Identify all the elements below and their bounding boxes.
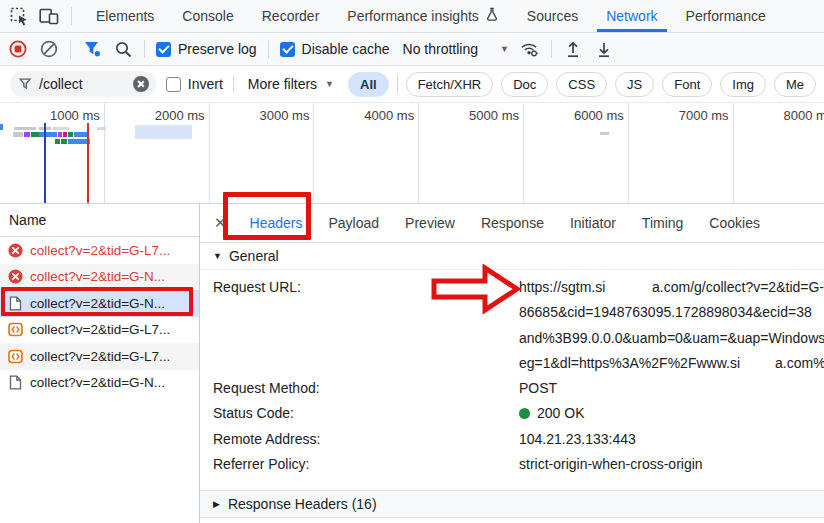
request-url-line: and%3B99.0.0.0&uamb=0&uam=&uap=Windows bbox=[519, 326, 824, 351]
resource-type-filter-chip[interactable]: JS bbox=[615, 72, 654, 97]
overview-time-column[interactable]: 7000 ms bbox=[629, 103, 734, 203]
overview-time-column[interactable]: 8000 ms bbox=[734, 103, 824, 203]
chevron-down-icon: ▼ bbox=[500, 44, 509, 54]
devtools-panel-tab[interactable]: Network bbox=[592, 0, 671, 32]
resource-type-filter-chip[interactable]: CSS bbox=[556, 72, 607, 97]
field-label: Referrer Policy: bbox=[200, 452, 519, 477]
invert-checkbox[interactable]: Invert bbox=[166, 76, 223, 92]
waterfall-bar bbox=[13, 132, 23, 137]
request-detail-tab[interactable]: Headers bbox=[237, 204, 316, 242]
throttling-value: No throttling bbox=[403, 41, 478, 57]
devtools-panel-tab[interactable]: Performance insights bbox=[333, 0, 513, 32]
resource-type-filter-chip[interactable]: Doc bbox=[501, 72, 548, 97]
waterfall-bar bbox=[68, 132, 73, 137]
filter-input-value: /collect bbox=[39, 76, 126, 92]
resource-type-filter-chip[interactable]: Me bbox=[774, 72, 816, 97]
triangle-right-icon: ▶ bbox=[213, 499, 220, 509]
chip-label: Font bbox=[674, 77, 700, 92]
request-detail-tab[interactable]: Cookies bbox=[696, 204, 773, 242]
network-conditions-icon[interactable] bbox=[520, 39, 540, 59]
resource-type-filter-chip[interactable]: Fetch/XHR bbox=[406, 72, 494, 97]
devtools-panel-tab[interactable]: Performance bbox=[672, 0, 780, 32]
preserve-log-checkbox[interactable]: Preserve log bbox=[156, 41, 257, 57]
inspect-icon[interactable] bbox=[9, 6, 29, 26]
export-har-icon[interactable] bbox=[594, 39, 614, 59]
import-har-icon[interactable] bbox=[563, 39, 583, 59]
request-row[interactable]: collect?v=2&tid=G-L7... bbox=[0, 343, 199, 370]
device-toolbar-icon[interactable] bbox=[39, 6, 59, 26]
resource-type-filter-chip[interactable]: Img bbox=[720, 72, 766, 97]
more-filters-dropdown[interactable]: More filters ▼ bbox=[244, 76, 338, 92]
checkbox-checked-icon bbox=[156, 42, 171, 57]
field-value: https://sgtm.si a.com/g/collect?v=2&tid=… bbox=[519, 275, 824, 376]
divider bbox=[233, 75, 234, 93]
disable-cache-checkbox[interactable]: Disable cache bbox=[280, 41, 390, 57]
general-section-header[interactable]: ▼ General bbox=[200, 243, 824, 270]
overview-time-column[interactable]: 5000 ms bbox=[419, 103, 524, 203]
field-value: POST bbox=[519, 376, 824, 401]
clear-filter-icon[interactable] bbox=[133, 76, 149, 92]
close-icon[interactable]: ✕ bbox=[200, 204, 237, 242]
overview-time-column[interactable]: 2000 ms bbox=[105, 103, 210, 203]
divider bbox=[268, 40, 269, 58]
request-row[interactable]: collect?v=2&tid=G-N... bbox=[0, 290, 199, 317]
time-label: 5000 ms bbox=[469, 108, 519, 123]
overview-time-column[interactable]: 6000 ms bbox=[524, 103, 629, 203]
time-label: 7000 ms bbox=[679, 108, 729, 123]
response-headers-section-header[interactable]: ▶ Response Headers (16) bbox=[200, 490, 824, 518]
resource-type-filter-chip[interactable]: Font bbox=[662, 72, 712, 97]
chip-label: JS bbox=[627, 77, 642, 92]
name-column-header[interactable]: Name bbox=[0, 204, 199, 237]
devtools-panel-tab[interactable]: Recorder bbox=[248, 0, 334, 32]
request-row[interactable]: collect?v=2&tid=G-L7... bbox=[0, 317, 199, 344]
detail-tab-label: Preview bbox=[405, 215, 455, 231]
record-icon[interactable] bbox=[8, 39, 28, 59]
devtools-panel-tab[interactable]: Sources bbox=[513, 0, 592, 32]
filter-funnel-icon[interactable] bbox=[82, 39, 102, 59]
field-label: Remote Address: bbox=[200, 427, 519, 452]
disable-cache-label: Disable cache bbox=[302, 41, 390, 57]
request-url-line: eg=1&dl=https%3A%2F%2Fwww.si a.com%2Fwww bbox=[519, 351, 824, 376]
overview-time-column[interactable]: 4000 ms bbox=[314, 103, 419, 203]
throttling-select[interactable]: No throttling ▼ bbox=[401, 41, 509, 57]
field-value: 200 OK bbox=[519, 401, 824, 426]
request-details-pane: ✕ Headers Payload Preview Response Initi… bbox=[200, 204, 824, 523]
request-name: collect?v=2&tid=G-L7... bbox=[30, 322, 170, 337]
filter-input[interactable]: /collect bbox=[10, 71, 156, 97]
request-name: collect?v=2&tid=G-L7... bbox=[30, 243, 170, 258]
tabbar-tabs: Elements Console Recorder Performance in… bbox=[82, 0, 780, 32]
overview-time-column[interactable]: 3000 ms bbox=[210, 103, 315, 203]
request-row[interactable]: collect?v=2&tid=G-N... bbox=[0, 264, 199, 291]
overview-time-column[interactable]: 1000 ms bbox=[0, 103, 105, 203]
request-detail-tab[interactable]: Initiator bbox=[557, 204, 629, 242]
request-detail-tab[interactable]: Preview bbox=[392, 204, 468, 242]
search-icon[interactable] bbox=[113, 39, 133, 59]
request-detail-tab[interactable]: Payload bbox=[316, 204, 393, 242]
general-field-row: Status Code: 200 OK bbox=[200, 401, 824, 426]
devtools-panel-tab[interactable]: Console bbox=[168, 0, 247, 32]
general-section-title: General bbox=[229, 248, 279, 264]
tab-label: Elements bbox=[96, 8, 154, 24]
network-filterbar: /collect Invert More filters ▼ All Fetch… bbox=[0, 66, 824, 103]
request-detail-tab[interactable]: Response bbox=[468, 204, 557, 242]
resource-type-filter-chip[interactable]: All bbox=[348, 72, 389, 97]
clear-icon[interactable] bbox=[39, 39, 59, 59]
waterfall-bar bbox=[55, 139, 60, 144]
general-fields: Request URL: https://sgtm.si a.com/g/col… bbox=[200, 270, 824, 477]
devtools-panel-tab[interactable]: Elements bbox=[82, 0, 168, 32]
network-overview-strip[interactable]: 1000 ms 2000 ms 3000 ms 4000 ms 5000 ms … bbox=[0, 103, 824, 204]
chevron-down-icon: ▼ bbox=[325, 79, 334, 89]
chip-label: Me bbox=[786, 77, 804, 92]
chip-label: All bbox=[360, 77, 377, 92]
detail-tab-label: Response bbox=[481, 215, 544, 231]
request-detail-tab[interactable]: Timing bbox=[629, 204, 697, 242]
general-field-row: Referrer Policy: strict-origin-when-cros… bbox=[200, 452, 824, 477]
tab-label: Sources bbox=[527, 8, 578, 24]
network-toolbar: Preserve log Disable cache No throttling… bbox=[0, 33, 824, 66]
tab-label: Console bbox=[182, 8, 233, 24]
request-row[interactable]: collect?v=2&tid=G-N... bbox=[0, 370, 199, 397]
request-row[interactable]: collect?v=2&tid=G-L7... bbox=[0, 237, 199, 264]
detail-tab-label: Timing bbox=[642, 215, 684, 231]
waterfall-bar bbox=[600, 132, 609, 135]
time-label: 8000 ms bbox=[784, 108, 824, 123]
